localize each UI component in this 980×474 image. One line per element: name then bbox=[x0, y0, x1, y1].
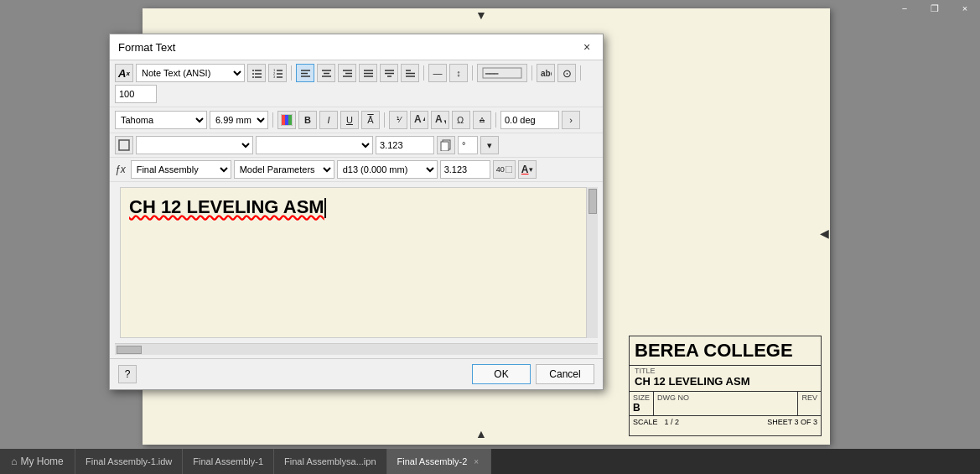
svg-point-4 bbox=[252, 73, 254, 75]
align-center-button[interactable] bbox=[317, 64, 335, 82]
param-type-dropdown[interactable]: Model Parameters bbox=[234, 160, 334, 179]
increase-text-size-button[interactable]: A▲ bbox=[410, 111, 428, 129]
align-distributed2-button[interactable] bbox=[401, 64, 419, 82]
dialog-close-button[interactable]: × bbox=[579, 39, 594, 55]
angle-small-input[interactable] bbox=[458, 136, 478, 154]
font-dropdown[interactable]: Tahoma bbox=[115, 111, 207, 129]
size-cell: SIZE B bbox=[630, 392, 654, 415]
align-distributed-button[interactable] bbox=[380, 64, 398, 82]
decrease-text-size-button[interactable]: A▼ bbox=[431, 111, 449, 129]
separator-3 bbox=[472, 65, 473, 81]
taskbar-tab-1[interactable]: Final Assembly-1 bbox=[183, 449, 274, 474]
taskbar-tab-0[interactable]: Final Assembly-1.idw bbox=[75, 449, 183, 474]
line-spacing-button[interactable]: ↕ bbox=[449, 64, 468, 82]
rev-label: REV bbox=[801, 393, 817, 402]
text-edit-area[interactable]: CH 12 LEVELING ASM bbox=[120, 187, 593, 338]
home-label: My Home bbox=[20, 456, 63, 467]
character-map-button[interactable]: Δ bbox=[473, 111, 491, 129]
svg-rect-35 bbox=[285, 115, 288, 125]
overline-button[interactable]: Ā bbox=[361, 111, 380, 129]
abc-symbol-button[interactable]: abc bbox=[537, 64, 555, 82]
text-width-input-btn[interactable]: ━━━ bbox=[477, 64, 527, 82]
tab-label-0: Final Assembly-1.idw bbox=[86, 456, 172, 466]
vertical-scrollbar[interactable] bbox=[586, 187, 598, 338]
param-value-input[interactable] bbox=[440, 160, 490, 179]
angle-dropdown-button[interactable]: ▾ bbox=[480, 136, 499, 154]
college-name: BEREA COLLEGE bbox=[630, 336, 821, 366]
bold-button[interactable]: B bbox=[298, 111, 317, 129]
dialog-titlebar: Format Text × bbox=[110, 34, 603, 60]
align-left-button[interactable] bbox=[296, 64, 314, 82]
separator-4 bbox=[531, 65, 532, 81]
title-block: BEREA COLLEGE TITLE CH 12 LEVELING ASM S… bbox=[629, 336, 822, 436]
scale-row: SCALE 1 / 2 SHEET 3 OF 3 bbox=[630, 415, 821, 428]
tab-label-2: Final Assemblysa...ipn bbox=[284, 456, 376, 466]
italic-button[interactable]: I bbox=[319, 111, 338, 129]
tab-label-3: Final Assembly-2 bbox=[397, 456, 468, 466]
frame-icon-button[interactable] bbox=[115, 136, 133, 154]
text-style-icon: A x bbox=[115, 64, 133, 82]
ok-button[interactable]: OK bbox=[472, 364, 531, 384]
rotation-input[interactable] bbox=[500, 111, 559, 129]
taskbar-tab-2[interactable]: Final Assemblysa...ipn bbox=[274, 449, 386, 474]
window-controls: − ❐ × bbox=[889, 0, 980, 17]
underline-button[interactable]: U bbox=[340, 111, 359, 129]
bullet-list-button[interactable] bbox=[247, 64, 266, 82]
separator-8 bbox=[495, 112, 496, 128]
align-justify-button[interactable] bbox=[359, 64, 377, 82]
font-size-dropdown[interactable]: 6.99 mm bbox=[210, 111, 268, 129]
minimize-button[interactable]: − bbox=[889, 0, 920, 17]
separator-7 bbox=[384, 112, 385, 128]
dialog-title: Format Text bbox=[118, 41, 175, 54]
param-text-color-button[interactable]: A ▾ bbox=[518, 160, 537, 179]
home-icon: ⌂ bbox=[11, 456, 17, 467]
help-button[interactable]: ? bbox=[118, 365, 137, 383]
param-format-button[interactable]: 40 bbox=[493, 160, 516, 179]
dialog-footer: ? OK Cancel bbox=[110, 358, 603, 389]
scale-value: 1 / 2 bbox=[665, 418, 680, 426]
separator-6 bbox=[272, 112, 273, 128]
sheet-value: SHEET 3 OF 3 bbox=[767, 418, 817, 426]
tab-close-3[interactable]: × bbox=[472, 456, 480, 467]
svg-text:3: 3 bbox=[273, 75, 276, 79]
ruler-arrow-down: ▼ bbox=[475, 8, 487, 22]
svg-rect-42 bbox=[119, 140, 129, 150]
stacked-fraction-button[interactable]: ⅟ bbox=[389, 111, 407, 129]
align-right-button[interactable] bbox=[338, 64, 356, 82]
app-close-button[interactable]: × bbox=[950, 0, 980, 17]
style-value-input[interactable] bbox=[376, 136, 434, 154]
oval-symbol-button[interactable]: ⊙ bbox=[557, 64, 576, 82]
svg-text:Ω: Ω bbox=[457, 115, 464, 125]
svg-text:▲: ▲ bbox=[422, 115, 425, 122]
note-style-dropdown[interactable]: Note Text (ANSI) bbox=[136, 64, 245, 82]
tab-label-1: Final Assembly-1 bbox=[193, 456, 263, 466]
rev-cell: REV bbox=[798, 392, 821, 415]
svg-rect-45 bbox=[506, 166, 512, 173]
color-strip-button[interactable] bbox=[277, 111, 296, 129]
symbol-button[interactable]: Ω bbox=[452, 111, 470, 129]
style-dropdown-1[interactable] bbox=[136, 136, 253, 154]
copy-format-button[interactable] bbox=[437, 136, 455, 154]
svg-text:▼: ▼ bbox=[443, 118, 446, 126]
h-scroll-thumb[interactable] bbox=[117, 346, 142, 354]
source-dropdown[interactable]: Final Assembly bbox=[131, 160, 231, 179]
numbered-list-button[interactable]: 123 bbox=[268, 64, 287, 82]
svg-rect-34 bbox=[282, 115, 285, 125]
param-name-dropdown[interactable]: d13 (0.000 mm) bbox=[337, 160, 438, 179]
toolbar-row-2: Tahoma 6.99 mm B I U Ā ⅟ A▲ A▼ Ω bbox=[110, 107, 603, 133]
taskbar-home-button[interactable]: ⌂ My Home bbox=[0, 449, 75, 474]
horizontal-line-button[interactable]: — bbox=[428, 64, 447, 82]
taskbar-tab-3[interactable]: Final Assembly-2 × bbox=[387, 449, 492, 474]
cancel-button[interactable]: Cancel bbox=[536, 364, 594, 384]
style-dropdown-2[interactable] bbox=[256, 136, 373, 154]
zoom-input[interactable] bbox=[115, 85, 157, 103]
horizontal-scrollbar[interactable] bbox=[115, 343, 598, 355]
restore-button[interactable]: ❐ bbox=[920, 0, 950, 17]
scroll-thumb[interactable] bbox=[589, 189, 597, 214]
dwg-no-cell: DWG NO bbox=[654, 392, 798, 415]
format-text-dialog: Format Text × A x Note Text (ANSI) 123 bbox=[109, 34, 604, 390]
dwg-no-label: DWG NO bbox=[657, 393, 794, 402]
svg-rect-44 bbox=[441, 142, 449, 151]
rotation-more-button[interactable]: › bbox=[562, 111, 580, 129]
title-block-bottom: SIZE B DWG NO REV bbox=[630, 392, 821, 415]
